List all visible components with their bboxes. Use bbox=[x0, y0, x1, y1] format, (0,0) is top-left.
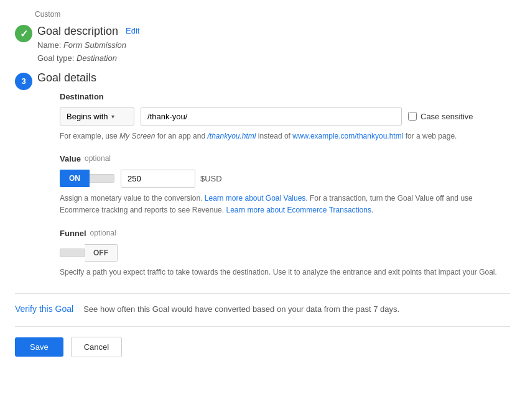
destination-section: Destination Begins with ▾ Case sensitive… bbox=[60, 92, 510, 142]
value-hint-part1: Assign a monetary value to the conversio… bbox=[60, 194, 205, 203]
goal-description-section: ✓ Goal description Edit Name: Form Submi… bbox=[15, 24, 510, 65]
verify-goal-link[interactable]: Verify this Goal bbox=[15, 304, 73, 314]
funnel-optional: optional bbox=[90, 229, 116, 237]
funnel-toggle-row: OFF bbox=[60, 244, 510, 262]
value-toggle-off-placeholder[interactable] bbox=[90, 174, 114, 183]
value-amount-input[interactable] bbox=[121, 170, 195, 188]
value-toggle-row: ON $USD bbox=[60, 170, 510, 188]
case-sensitive-checkbox[interactable] bbox=[408, 112, 417, 121]
value-section: Value optional ON $USD Assign a monetary… bbox=[60, 154, 510, 216]
cancel-button[interactable]: Cancel bbox=[71, 337, 122, 357]
type-value: Destination bbox=[77, 53, 117, 63]
hint-italic2: /thankyou.html bbox=[207, 132, 256, 140]
begins-with-dropdown[interactable]: Begins with ▾ bbox=[60, 107, 134, 126]
value-hint: Assign a monetary value to the conversio… bbox=[60, 193, 510, 216]
verify-row: Verify this Goal See how often this Goal… bbox=[15, 304, 510, 314]
funnel-hint: Specify a path you expect traffic to tak… bbox=[60, 267, 510, 278]
divider-2 bbox=[15, 326, 510, 327]
funnel-off-button[interactable]: OFF bbox=[85, 244, 118, 262]
goal-details-title: Goal details bbox=[37, 71, 96, 84]
hint-part1: For example, use bbox=[60, 132, 119, 140]
verify-description: See how often this Goal would have conve… bbox=[83, 304, 399, 314]
name-value: Form Submission bbox=[63, 40, 126, 50]
type-label: Goal type: bbox=[37, 53, 74, 63]
destination-row: Begins with ▾ Case sensitive bbox=[60, 107, 510, 126]
goal-description-title: Goal description bbox=[37, 25, 118, 38]
value-hint-part3: Ecommerce tracking and reports to see Re… bbox=[60, 206, 226, 214]
hint-part4: for a web page. bbox=[403, 132, 457, 140]
value-hint-part4: . bbox=[371, 206, 373, 214]
custom-label: Custom bbox=[35, 10, 510, 19]
funnel-toggle-off-left[interactable] bbox=[60, 249, 85, 257]
dropdown-arrow-icon: ▾ bbox=[111, 113, 114, 120]
hint-link[interactable]: www.example.com/thankyou.html bbox=[292, 132, 403, 140]
value-header: Value optional bbox=[60, 154, 510, 163]
goal-description-meta: Name: Form Submission Goal type: Destina… bbox=[37, 39, 139, 65]
currency-label: $USD bbox=[200, 174, 222, 183]
value-label: Value bbox=[60, 154, 81, 163]
funnel-section: Funnel optional OFF Specify a path you e… bbox=[60, 229, 510, 278]
hint-part3: instead of bbox=[256, 132, 293, 140]
funnel-label: Funnel bbox=[60, 229, 86, 238]
case-sensitive-row: Case sensitive bbox=[408, 112, 473, 121]
begins-with-label: Begins with bbox=[67, 112, 108, 121]
save-button[interactable]: Save bbox=[15, 337, 63, 357]
name-label: Name: bbox=[37, 40, 61, 50]
actions-row: Save Cancel bbox=[15, 337, 510, 357]
case-sensitive-label: Case sensitive bbox=[420, 112, 473, 121]
step-number-icon: 3 bbox=[15, 73, 32, 90]
funnel-header: Funnel optional bbox=[60, 229, 510, 238]
step-completed-icon: ✓ bbox=[15, 25, 32, 42]
goal-values-link[interactable]: Learn more about Goal Values bbox=[205, 194, 306, 203]
destination-label: Destination bbox=[60, 92, 510, 101]
value-toggle-on-button[interactable]: ON bbox=[60, 170, 90, 187]
destination-hint: For example, use My Screen for an app an… bbox=[60, 130, 510, 142]
value-optional: optional bbox=[85, 154, 111, 163]
divider-1 bbox=[15, 293, 510, 294]
hint-italic1: My Screen bbox=[119, 132, 155, 140]
edit-link[interactable]: Edit bbox=[126, 26, 139, 35]
hint-part2: for an app and bbox=[155, 132, 207, 140]
ecommerce-link[interactable]: Learn more about Ecommerce Transactions bbox=[226, 206, 371, 214]
destination-input[interactable] bbox=[141, 107, 402, 126]
value-hint-part2: . For a transaction, turn the Goal Value… bbox=[305, 194, 472, 203]
goal-details-section: 3 Goal details Destination Begins with ▾… bbox=[15, 71, 510, 279]
